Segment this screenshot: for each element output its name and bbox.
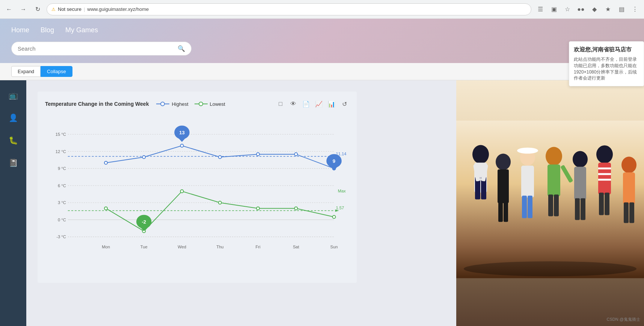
sidebar: 📺 👤 🐛 📓 [0,80,26,326]
svg-point-43 [573,151,588,168]
page-wrapper: Home Blog My Games 🔍 欢迎您,河南省驻马店市 此站点功能尚不… [0,19,644,326]
lowest-dot-wed [180,190,183,193]
chart-tool-bar[interactable]: 📊 [327,99,336,109]
popup-text: 此站点功能尚不齐全，目前登录功能已启用，多数功能也只能在1920×1080分辨率… [574,56,639,81]
collapse-button[interactable]: Collapse [41,66,72,77]
svg-rect-48 [598,163,611,195]
url-text: www.guiguimaster.xyz/home [87,6,149,12]
x-label-thu: Thu [216,245,223,249]
svg-rect-55 [623,173,635,204]
svg-point-3 [199,102,203,106]
main-content: 📺 👤 🐛 📓 Temperature Change in the Coming… [0,80,644,326]
toolbar: Expand Collapse [0,63,644,80]
svg-rect-56 [624,203,629,223]
lowest-max-label: Max [338,189,346,193]
svg-rect-36 [522,196,527,218]
browser-actions: ☰ ▣ ☆ ●● ◆ ★ ▤ ⋮ [535,4,640,15]
svg-point-47 [596,146,613,164]
popup-title: 欢迎您,河南省驻马店市 [574,46,639,53]
legend-lowest-label: Lowest [210,101,225,107]
menu-button[interactable]: ⋮ [630,4,640,15]
highest-dot-fri [256,153,259,156]
profile-button[interactable]: ●● [576,4,586,15]
highest-dot-mon [104,161,107,164]
svg-rect-44 [574,167,586,200]
address-bar[interactable]: ⚠ Not secure | www.guiguimaster.xyz/home [47,3,531,15]
x-label-wed: Wed [178,245,186,249]
search-input[interactable] [18,45,175,52]
y-label-neg3: -3 °C [56,234,66,239]
svg-marker-19 [139,226,148,231]
svg-rect-45 [575,198,580,220]
legend-highest-label: Highest [172,101,188,107]
y-label-6: 6 °C [58,183,66,188]
site-header: Home Blog My Games 🔍 欢迎您,河南省驻马店市 此站点功能尚不… [0,19,644,63]
chart-tool-line[interactable]: 📈 [314,99,324,109]
chart-svg-wrapper: 15 °C 12 °C 9 °C 6 °C 3 °C 0 °C -3 °C Mo… [45,116,349,275]
x-label-sat: Sat [293,245,300,249]
y-label-3: 3 °C [58,200,66,205]
lowest-dot-sun [332,215,335,218]
svg-text:13: 13 [179,130,185,135]
chart-tool-crop[interactable]: □ [276,99,285,109]
svg-rect-50 [598,173,611,175]
warning-icon: ⚠ [51,7,56,12]
sidebar-item-user[interactable]: 👤 [6,110,21,125]
nav-home[interactable]: Home [11,26,29,34]
sidebar-item-monitor[interactable]: 📺 [6,88,21,103]
chart-tool-note[interactable]: 👁 [288,99,298,109]
svg-rect-35 [521,166,534,198]
highest-dot-sat [294,153,297,156]
lowest-dot-fri [256,207,259,210]
svg-rect-49 [598,168,611,170]
favorites-button[interactable]: ★ [603,4,613,15]
expand-button[interactable]: Expand [11,66,41,77]
x-label-fri: Fri [256,245,261,249]
collections-button[interactable]: ▤ [616,4,627,15]
svg-rect-34 [524,148,531,152]
search-bar[interactable]: 🔍 [11,42,192,56]
svg-rect-41 [554,195,559,216]
y-label-9: 9 °C [58,166,66,171]
bookmark-button[interactable]: ☆ [562,4,573,15]
highest-dot-tue [142,156,145,159]
svg-rect-30 [498,201,503,222]
chart-container: Temperature Change in the Coming Week Hi… [38,92,357,283]
sidebar-item-bug[interactable]: 🐛 [6,133,21,148]
svg-point-1 [161,102,164,106]
forward-button[interactable]: → [18,4,29,15]
refresh-button[interactable]: ↻ [32,4,43,15]
x-label-sun: Sun [330,245,338,249]
svg-rect-40 [548,195,553,216]
site-nav: Home Blog My Games [11,26,633,34]
highest-avg-label: 11.14 [336,152,347,156]
lowest-avg-label: 1.57 [336,206,344,210]
svg-rect-39 [547,165,560,197]
chart-tools: □ 👁 📄 📈 📊 ↺ [276,99,349,109]
svg-point-38 [546,147,562,166]
split-screen-button[interactable]: ▣ [549,4,559,15]
popup-notification: 欢迎您,河南省驻马店市 此站点功能尚不齐全，目前登录功能已启用，多数功能也只能在… [569,41,644,86]
reader-mode-button[interactable]: ☰ [535,4,546,15]
svg-rect-57 [629,203,634,223]
nav-my-games[interactable]: My Games [65,26,98,34]
extension-button[interactable]: ◆ [589,4,600,15]
svg-marker-16 [329,165,338,170]
right-panel-image: CSDN @鬼鬼骑士 [456,80,644,326]
svg-rect-46 [581,198,585,220]
svg-point-28 [496,154,511,170]
svg-rect-37 [528,196,532,218]
chart-tool-refresh[interactable]: ↺ [339,99,349,109]
anime-scene-svg [456,80,644,318]
chart-legend: Highest Lowest [156,101,225,107]
right-panel: CSDN @鬼鬼骑士 [456,80,644,326]
chart-tool-save[interactable]: 📄 [301,99,311,109]
lowest-dot-thu [219,201,222,204]
y-label-15: 15 °C [56,132,66,137]
svg-rect-53 [605,193,609,215]
nav-blog[interactable]: Blog [41,26,54,34]
sidebar-item-book[interactable]: 📓 [6,155,21,170]
lowest-dot-mon [104,207,107,210]
back-button[interactable]: ← [4,4,14,15]
pin-highest-wed: 13 [174,126,190,142]
